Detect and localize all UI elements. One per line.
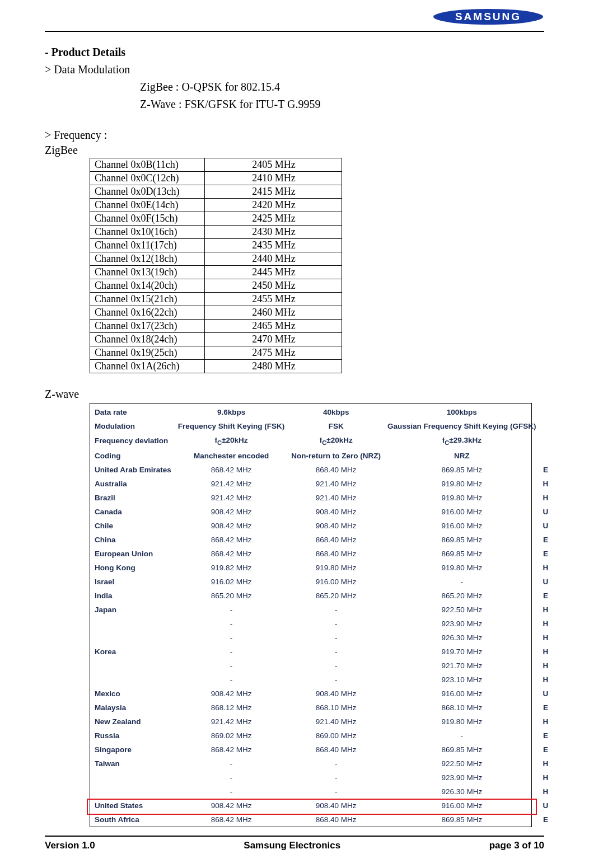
zwave-mod-label: Modulation (90, 419, 175, 433)
section-title: - Product Details (45, 46, 544, 59)
zwave-freq: 869.85 MHz (384, 463, 540, 477)
zwave-country: India (90, 589, 175, 603)
zwave-freq: - (288, 771, 384, 785)
zwave-freq: 919.80 MHz (384, 477, 540, 491)
zigbee-row: Channel 0x12(18ch)2440 MHz (90, 252, 342, 266)
zwave-mod-c2: FSK (288, 419, 384, 433)
zwave-flag: H (540, 561, 552, 575)
zwave-freq: - (175, 659, 288, 673)
zwave-freq: - (175, 673, 288, 687)
zwave-row: --923.90 MHzH (90, 771, 551, 785)
modulation-lines: ZigBee : O-QPSK for 802.15.4 Z-Wave : FS… (140, 78, 544, 113)
zwave-freq: - (288, 603, 384, 617)
zwave-flag: H (540, 673, 552, 687)
zigbee-row: Channel 0x13(19ch)2445 MHz (90, 266, 342, 279)
zwave-datarate-c1: 9.6kbps (175, 405, 288, 419)
zwave-country: New Zealand (90, 715, 175, 729)
zigbee-frequency: 2425 MHz (205, 212, 342, 226)
zwave-freq: 921.40 MHz (288, 491, 384, 505)
zwave-fdev-c2: fC±20kHz (288, 433, 384, 449)
zwave-flag: H (540, 659, 552, 673)
zwave-flag: U (540, 799, 552, 813)
zwave-row: Hong Kong919.82 MHz919.80 MHz919.80 MHzH (90, 561, 551, 575)
footer: Version 1.0 Samsung Electronics page 3 o… (45, 836, 544, 851)
zwave-freq: 908.40 MHz (288, 505, 384, 519)
zwave-coding-label: Coding (90, 449, 175, 463)
zwave-freq: 919.80 MHz (384, 561, 540, 575)
zigbee-table: Channel 0x0B(11ch)2405 MHzChannel 0x0C(1… (90, 158, 342, 373)
zwave-country (90, 659, 175, 673)
zwave-flag: H (540, 785, 552, 799)
zwave-freq: 916.00 MHz (384, 799, 540, 813)
zwave-row: Korea--919.70 MHzH (90, 645, 551, 659)
zwave-freq: 916.00 MHz (288, 575, 384, 589)
zigbee-frequency: 2480 MHz (205, 360, 342, 373)
zigbee-row: Channel 0x0D(13ch)2415 MHz (90, 185, 342, 199)
zwave-flag: H (540, 617, 552, 631)
zwave-freq: - (175, 771, 288, 785)
zwave-flag: H (540, 645, 552, 659)
footer-company: Samsung Electronics (244, 840, 340, 851)
zwave-datarate-c3: 100kbps (384, 405, 540, 419)
zwave-row: Chile908.42 MHz908.40 MHz916.00 MHzU (90, 519, 551, 533)
zwave-row: Canada908.42 MHz908.40 MHz916.00 MHzU (90, 505, 551, 519)
zwave-empty (540, 419, 552, 433)
zwave-table-container: Data rate 9.6kbps 40kbps 100kbps Modulat… (90, 403, 532, 827)
zigbee-channel: Channel 0x13(19ch) (90, 266, 205, 279)
zwave-freq: 865.20 MHz (288, 589, 384, 603)
zwave-row: --923.90 MHzH (90, 617, 551, 631)
zigbee-channel: Channel 0x0D(13ch) (90, 185, 205, 199)
zwave-freq: - (288, 645, 384, 659)
modulation-line-zwave: Z-Wave : FSK/GFSK for ITU-T G.9959 (140, 96, 544, 113)
zwave-row-freqdev: Frequency deviation fC±20kHz fC±20kHz fC… (90, 433, 551, 449)
zigbee-channel: Channel 0x14(20ch) (90, 279, 205, 293)
zwave-country: Malaysia (90, 701, 175, 715)
zwave-flag: H (540, 477, 552, 491)
zwave-freq: 869.85 MHz (384, 533, 540, 547)
zigbee-channel: Channel 0x10(16ch) (90, 226, 205, 239)
zwave-country (90, 771, 175, 785)
header: SAMSUNG (45, 6, 544, 28)
zwave-freq: - (288, 617, 384, 631)
zwave-row-datarate: Data rate 9.6kbps 40kbps 100kbps (90, 405, 551, 419)
zigbee-frequency: 2415 MHz (205, 185, 342, 199)
zwave-flag: H (540, 715, 552, 729)
frequency-heading: > Frequency : (45, 129, 544, 142)
zwave-row: South Africa868.42 MHz868.40 MHz869.85 M… (90, 813, 551, 827)
zwave-flag: U (540, 575, 552, 589)
zigbee-frequency: 2465 MHz (205, 320, 342, 333)
zwave-country: Korea (90, 645, 175, 659)
zwave-freq: - (288, 785, 384, 799)
zwave-flag: H (540, 603, 552, 617)
zwave-freq: 926.30 MHz (384, 631, 540, 645)
zwave-empty (540, 405, 552, 419)
zigbee-channel: Channel 0x0B(11ch) (90, 158, 205, 172)
zwave-flag: E (540, 589, 552, 603)
zwave-empty (540, 433, 552, 449)
zwave-freq: 865.20 MHz (175, 589, 288, 603)
zwave-country: Singapore (90, 743, 175, 757)
zwave-country (90, 673, 175, 687)
zwave-flag: U (540, 687, 552, 701)
zigbee-frequency: 2405 MHz (205, 158, 342, 172)
zwave-freq: 908.42 MHz (175, 799, 288, 813)
zigbee-channel: Channel 0x0F(15ch) (90, 212, 205, 226)
zigbee-row: Channel 0x18(24ch)2470 MHz (90, 333, 342, 346)
zwave-freq: 921.42 MHz (175, 477, 288, 491)
zwave-flag: U (540, 519, 552, 533)
zigbee-channel: Channel 0x0E(14ch) (90, 199, 205, 212)
zigbee-row: Channel 0x17(23ch)2465 MHz (90, 320, 342, 333)
zwave-freq: 921.42 MHz (175, 715, 288, 729)
zwave-country (90, 785, 175, 799)
zwave-freq: 865.20 MHz (384, 589, 540, 603)
zigbee-frequency: 2430 MHz (205, 226, 342, 239)
zwave-freq: 908.42 MHz (175, 505, 288, 519)
zwave-coding-c3: NRZ (384, 449, 540, 463)
zigbee-frequency: 2475 MHz (205, 346, 342, 360)
zwave-freq: 922.50 MHz (384, 603, 540, 617)
zwave-row: --923.10 MHzH (90, 673, 551, 687)
zwave-coding-c1: Manchester encoded (175, 449, 288, 463)
zwave-freq: 919.70 MHz (384, 645, 540, 659)
zwave-freq: 926.30 MHz (384, 785, 540, 799)
zwave-row: Japan--922.50 MHzH (90, 603, 551, 617)
